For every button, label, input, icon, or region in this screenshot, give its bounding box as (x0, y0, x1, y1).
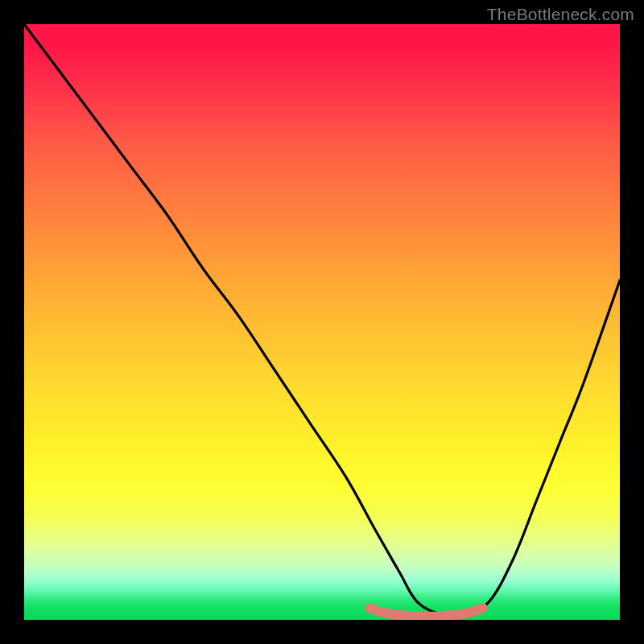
bottleneck-curve-path (24, 24, 620, 616)
chart-frame: TheBottleneck.com (0, 0, 644, 644)
plot-area (24, 24, 620, 620)
attribution-text: TheBottleneck.com (487, 5, 634, 24)
bottleneck-curve-svg (24, 24, 620, 620)
